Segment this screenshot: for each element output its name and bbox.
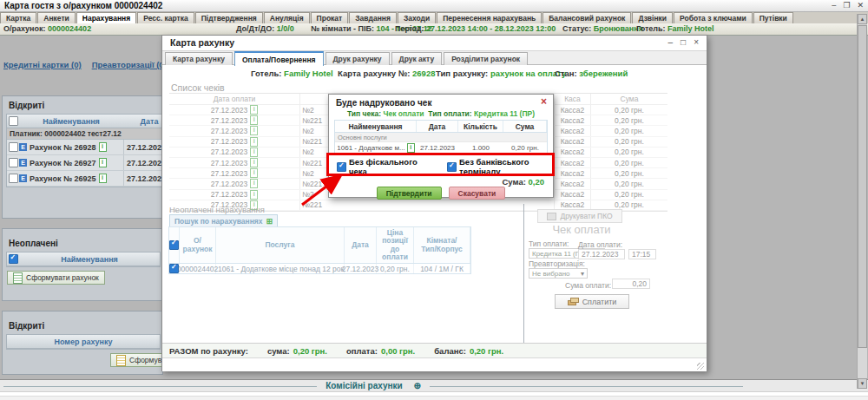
main-tab-label: Прокат [317,14,343,23]
main-tab[interactable]: Робота з ключами [674,12,753,23]
accruals-search-tab[interactable]: Пошук по нарахуваннях ⊞ [169,214,278,227]
pay-time-input[interactable]: 17:15 [628,249,656,259]
account-row[interactable]: EРахунок № 26925 27.12.2023 [7,171,163,187]
info-icon [250,148,258,157]
close-icon[interactable]: ✕ [857,1,864,10]
main-tab[interactable]: Підтвердження [195,12,263,23]
confirm-button[interactable]: Підтвердити [377,187,442,200]
accrual-row[interactable]: 0000024402 1061 - Додаткове місце понад … [169,264,470,273]
main-tab[interactable]: Перенесення нарахувань [437,12,542,23]
modal-service-date: 27.12.2023 [417,142,458,153]
select-all-checkbox[interactable] [9,254,18,264]
main-tab[interactable]: Завдання [349,12,397,23]
main-tab[interactable]: Картка [0,12,36,23]
no-terminal-checkbox[interactable] [447,162,457,172]
select-all-checkbox[interactable] [9,116,18,126]
pay-button[interactable]: Сплатити [555,294,629,309]
left-links: Кредитні картки (0)Преавторизації (0) [3,60,167,69]
unpaid-header: Найменування [7,252,160,266]
no-fiscal-checkbox[interactable] [337,162,346,172]
info-pair: О/рахунок: 0000024402 [3,24,91,33]
modal-close-icon[interactable]: × [541,95,547,108]
main-tab[interactable]: Нарахування [76,12,136,23]
main-tab[interactable]: Ануляція [264,12,310,23]
dialog-info-pair: Готель: Family Hotel [251,69,333,78]
col-sum: Сума [591,94,667,104]
row-checkbox[interactable] [9,142,18,152]
main-titlebar: Карта гостя з о/рахунком 0000024402 – ❐ … [0,0,868,12]
scroll-up-icon[interactable]: ▲ [858,14,867,24]
dialog-tab[interactable]: Розділити рахунок [444,52,528,65]
document-icon [13,272,23,284]
dialog-tab[interactable]: Друк акту [391,52,443,65]
pay-time-value: 17:15 [632,250,650,259]
dialog-totals: РАЗОМ по рахунку: сума:0,20 грн. оплата:… [162,343,707,357]
print-check-modal: Буде надруковано чек × Тип чека: Чек опл… [328,94,554,198]
select-all-checkbox[interactable] [169,240,179,250]
totals-sum-label: сума: [267,346,290,356]
main-tab-label: Підтвердження [201,14,257,23]
account-row[interactable]: EРахунок № 26927 27.12.2023 [7,155,163,171]
info-label: До/Дт/ДО: [236,24,274,33]
dialog-tab[interactable]: Карта рахунку [165,52,233,65]
no-fiscal-label: Без фіскального чека [349,157,422,176]
row-checkbox[interactable] [9,158,18,167]
create-invoice-button[interactable]: Сформувати рахунок [7,271,105,285]
main-tab[interactable]: Дзвінки [632,12,673,23]
row-checkbox[interactable] [9,174,18,183]
info-icon [250,137,258,147]
check-date: 27.12.2023 [211,159,248,167]
unpaid-accruals-title: Неоплачені нарахування [169,205,265,214]
expand-icon[interactable]: ⊕ [409,381,424,390]
dialog-maximize-icon[interactable]: □ [681,37,686,47]
main-tab[interactable]: Путівки [753,12,793,23]
dialog-info-pair: Стан: збережений [555,69,628,78]
account-date: 27.12.2023 [123,171,163,186]
left-link-label: Кредитні картки (0) [3,60,82,69]
preauth-select[interactable]: Не вибрано [529,268,588,279]
header-checkbox-cell [169,227,180,263]
dialog-info-label: Готель: [251,69,281,78]
create-invoice-button-2[interactable]: Сформувати [110,353,163,367]
main-tab[interactable]: Прокат [311,12,349,23]
pay-date-input[interactable]: 27.12.2023 [578,249,625,259]
open-accounts-panel: Відкриті Найменування Дата Платник: 0000… [2,95,163,219]
pay-date-label: Дата оплати: [578,240,622,249]
main-tab[interactable]: Анкети [37,12,76,23]
dialog-info-pair: Карта рахунку №: 26928 [338,69,435,78]
scroll-down-icon[interactable]: ▼ [858,378,867,389]
minimize-icon[interactable]: – [832,1,836,10]
no-terminal-option[interactable]: Без банківського терміналу [447,157,553,176]
pay-date-value: 27.12.2023 [582,250,619,259]
totals-paid-value: 0,00 грн. [381,346,415,356]
col-kasa: Каса [555,94,591,104]
dialog-minimize-icon[interactable]: – [668,37,674,47]
print-pko-button[interactable]: Друкувати ПКО [537,209,622,223]
left-link[interactable]: Кредитні картки (0) [3,60,82,69]
cancel-button[interactable]: Скасувати [449,187,506,200]
restore-icon[interactable]: ❐ [843,1,850,10]
main-tab[interactable]: Ресс. картка [137,12,194,23]
left-link[interactable]: Преавторизації (0) [92,60,167,69]
no-fiscal-check-option[interactable]: Без фіскального чека [337,157,422,176]
col-name: Найменування [335,121,417,132]
dialog-close-icon[interactable]: × [694,37,699,47]
col-name: Найменування [19,255,160,264]
pay-sum-input[interactable]: 0,20 [612,279,650,289]
main-tab[interactable]: Балансовий рахунок [542,12,631,23]
commission-legend: Комісійні рахунки ⊕ [0,381,746,390]
check-sum: 0,20 грн. [591,137,667,147]
row-checkbox[interactable] [169,264,179,273]
main-scrollbar[interactable]: ▲ ▼ [857,14,867,389]
info-icon [99,142,107,152]
resize-handle-icon[interactable] [697,363,704,370]
unpaid-title: Неоплачені [9,239,162,248]
dialog-tab-label: Розділити рахунок [451,55,520,63]
accrual-price: 0,20 грн. [377,264,414,273]
main-tab[interactable]: Заходи [398,12,436,23]
dialog-tab[interactable]: Оплата/Повернення [234,51,324,66]
scrollbar-thumb[interactable] [858,25,867,348]
dialog-tab[interactable]: Друк рахунку [326,52,390,65]
account-row[interactable]: EРахунок № 26928 27.12.2023 [7,140,163,155]
open-invoices-title: Відкриті [9,321,162,331]
